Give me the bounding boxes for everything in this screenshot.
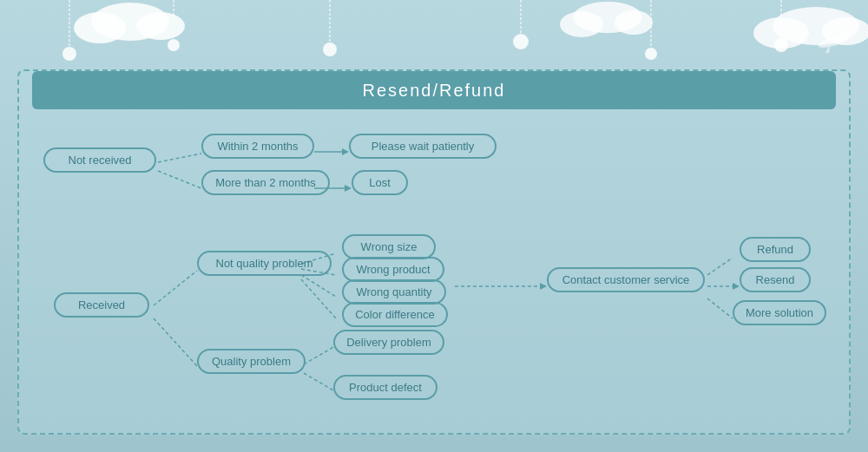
not-received-node: Not received [43, 147, 156, 173]
more-than-2-months-label: More than 2 months [215, 176, 316, 189]
svg-line-30 [154, 271, 197, 305]
wrong-quantity-node: Wrong quantity [342, 279, 446, 305]
svg-marker-29 [345, 185, 352, 192]
svg-point-13 [74, 12, 126, 43]
not-received-label: Not received [69, 154, 132, 167]
svg-line-43 [707, 298, 733, 318]
svg-line-37 [304, 373, 333, 390]
svg-line-25 [158, 171, 201, 188]
product-defect-node: Product defect [333, 375, 437, 400]
not-quality-problem-label: Not quality problem [216, 257, 313, 270]
header-bar: Resend/Refund [32, 71, 836, 109]
please-wait-label: Please wait patiently [372, 140, 475, 153]
refund-node: Refund [740, 237, 811, 262]
svg-point-17 [615, 10, 653, 35]
resend-node: Resend [740, 267, 811, 292]
svg-point-1 [62, 47, 76, 61]
refund-label: Refund [757, 243, 793, 256]
not-quality-problem-node: Not quality problem [197, 251, 332, 276]
svg-line-31 [154, 318, 197, 366]
product-defect-label: Product defect [349, 381, 422, 394]
svg-line-35 [301, 279, 336, 318]
please-wait-node: Please wait patiently [349, 134, 496, 159]
decorative-top [0, 0, 868, 69]
color-difference-node: Color difference [342, 302, 448, 327]
svg-line-40 [707, 258, 733, 275]
svg-point-19 [753, 17, 809, 49]
svg-point-3 [168, 39, 180, 51]
quality-problem-node: Quality problem [197, 349, 306, 374]
svg-line-24 [158, 154, 201, 162]
svg-marker-39 [540, 283, 547, 290]
lost-label: Lost [369, 176, 391, 189]
lost-node: Lost [352, 170, 408, 195]
received-node: Received [54, 292, 149, 318]
svg-point-16 [560, 11, 603, 37]
wrong-product-node: Wrong product [342, 257, 444, 282]
svg-line-34 [301, 275, 336, 297]
svg-point-9 [645, 48, 657, 60]
svg-point-14 [136, 12, 185, 40]
within-2-months-label: Within 2 months [217, 140, 298, 153]
wrong-quantity-label: Wrong quantity [356, 285, 431, 298]
more-solution-node: More solution [733, 300, 826, 325]
delivery-problem-node: Delivery problem [333, 330, 444, 355]
main-container: Resend/Refund [17, 69, 851, 435]
delivery-problem-label: Delivery problem [346, 336, 431, 349]
received-label: Received [78, 298, 125, 311]
svg-line-36 [304, 347, 333, 364]
quality-problem-label: Quality problem [212, 355, 291, 368]
wrong-size-label: Wrong size [361, 240, 418, 253]
svg-marker-27 [342, 148, 349, 155]
more-than-2-months-node: More than 2 months [201, 170, 330, 195]
contact-customer-service-node: Contact customer service [547, 267, 705, 292]
color-difference-label: Color difference [355, 308, 435, 321]
wrong-size-node: Wrong size [342, 234, 436, 259]
more-solution-label: More solution [746, 306, 813, 319]
contact-customer-service-label: Contact customer service [562, 273, 690, 286]
page-title: Resend/Refund [363, 81, 506, 101]
svg-point-7 [513, 34, 529, 49]
within-2-months-node: Within 2 months [201, 134, 314, 159]
svg-marker-42 [733, 283, 740, 290]
wrong-product-label: Wrong product [356, 263, 430, 276]
svg-point-5 [323, 43, 337, 56]
resend-label: Resend [756, 273, 795, 286]
